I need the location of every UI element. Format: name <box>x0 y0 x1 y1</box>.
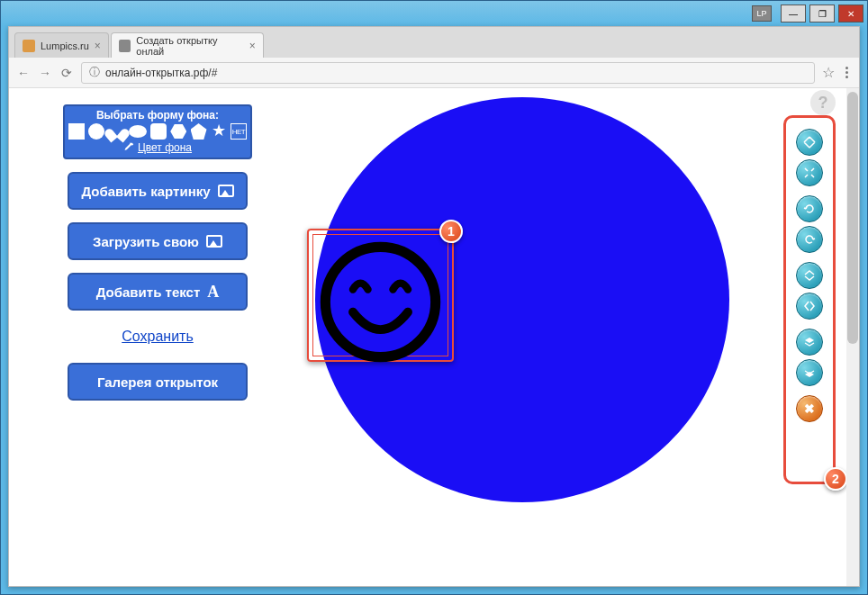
shape-oval[interactable] <box>129 125 147 138</box>
bg-color-label: Цвет фона <box>138 141 192 154</box>
zoom-out-button[interactable] <box>796 159 823 186</box>
url-input[interactable]: ⓘ онлайн-открытка.рф/# <box>81 62 815 84</box>
forward-button[interactable]: → <box>38 66 52 80</box>
tab-lumpics[interactable]: Lumpics.ru × <box>14 32 109 58</box>
tab-close-icon[interactable]: × <box>249 40 256 52</box>
back-button[interactable]: ← <box>16 66 31 80</box>
shapes-row: ★ НЕТ <box>68 122 247 141</box>
shape-rounded[interactable] <box>150 123 167 140</box>
reload-button[interactable]: ⟳ <box>59 66 74 80</box>
annotation-1: 1 <box>439 220 463 243</box>
smiley-icon[interactable] <box>318 239 443 365</box>
shape-square[interactable] <box>68 123 85 140</box>
shape-hexagon[interactable] <box>170 123 186 140</box>
url-text: онлайн-открытка.рф/# <box>105 67 217 79</box>
titlebar: LP — ❐ ✕ <box>1 1 867 26</box>
tab-label: Lumpics.ru <box>41 41 89 51</box>
minimize-button[interactable]: — <box>781 5 806 23</box>
upload-own-button[interactable]: Загрузить свою <box>68 222 248 260</box>
tab-postcard[interactable]: Создать открытку онлай × <box>111 32 264 58</box>
canvas[interactable]: 1 <box>279 88 769 586</box>
save-link[interactable]: Сохранить <box>122 323 194 350</box>
add-text-button[interactable]: Добавить текст A <box>68 273 248 311</box>
shape-circle[interactable] <box>88 123 104 140</box>
rotate-ccw-button[interactable] <box>796 195 823 222</box>
tool-panel: ✖ 2 <box>783 115 836 484</box>
shape-heart[interactable] <box>109 124 125 139</box>
rotate-cw-button[interactable] <box>796 226 823 253</box>
user-badge: LP <box>752 5 772 22</box>
favicon-icon <box>119 40 131 52</box>
button-label: Добавить картинку <box>81 184 210 199</box>
tab-label: Создать открытку онлай <box>136 35 244 57</box>
flip-vertical-button[interactable] <box>796 262 823 289</box>
button-label: Галерея открыток <box>97 374 218 390</box>
zoom-in-button[interactable] <box>796 129 823 156</box>
eyedropper-icon <box>123 142 134 153</box>
add-image-button[interactable]: Добавить картинку <box>68 172 248 210</box>
maximize-button[interactable]: ❐ <box>809 5 835 23</box>
tab-close-icon[interactable]: × <box>95 40 101 52</box>
selected-object[interactable]: 1 <box>311 232 450 358</box>
shape-star[interactable]: ★ <box>211 123 227 140</box>
delete-button[interactable]: ✖ <box>796 395 823 422</box>
os-window: LP — ❐ ✕ Lumpics.ru × Создать открытку о… <box>0 0 868 595</box>
shape-panel: Выбрать форму фона: ★ НЕТ Ц <box>63 104 252 159</box>
bookmark-icon[interactable]: ☆ <box>822 64 835 81</box>
help-icon[interactable]: ? <box>810 90 836 115</box>
button-label: Добавить текст <box>96 284 201 300</box>
svg-point-0 <box>325 247 435 356</box>
shape-panel-title: Выбрать форму фона: <box>68 109 247 122</box>
text-icon: A <box>207 283 219 302</box>
close-button[interactable]: ✕ <box>838 5 863 23</box>
info-icon: ⓘ <box>89 65 100 80</box>
favicon-icon <box>23 40 35 52</box>
shape-none[interactable]: НЕТ <box>231 123 247 140</box>
image-icon <box>218 185 234 197</box>
button-label: Загрузить свою <box>93 234 199 249</box>
sidebar: Выбрать форму фона: ★ НЕТ Ц <box>54 104 261 401</box>
address-bar: ← → ⟳ ⓘ онлайн-открытка.рф/# ☆ <box>9 58 859 88</box>
scrollbar[interactable] <box>846 88 859 586</box>
browser-window: Lumpics.ru × Создать открытку онлай × ← … <box>8 26 860 587</box>
image-icon <box>206 235 222 248</box>
layer-up-button[interactable] <box>796 329 823 356</box>
flip-horizontal-button[interactable] <box>796 293 823 320</box>
menu-button[interactable] <box>842 63 852 82</box>
gallery-button[interactable]: Галерея открыток <box>68 363 248 401</box>
tabstrip: Lumpics.ru × Создать открытку онлай × <box>9 27 859 58</box>
bg-color-link[interactable]: Цвет фона <box>68 141 247 154</box>
layer-down-button[interactable] <box>796 359 823 386</box>
page-content: Выбрать форму фона: ★ НЕТ Ц <box>9 88 859 586</box>
shape-pentagon[interactable] <box>191 123 207 140</box>
scrollbar-thumb[interactable] <box>847 92 858 344</box>
annotation-2: 2 <box>824 467 847 491</box>
